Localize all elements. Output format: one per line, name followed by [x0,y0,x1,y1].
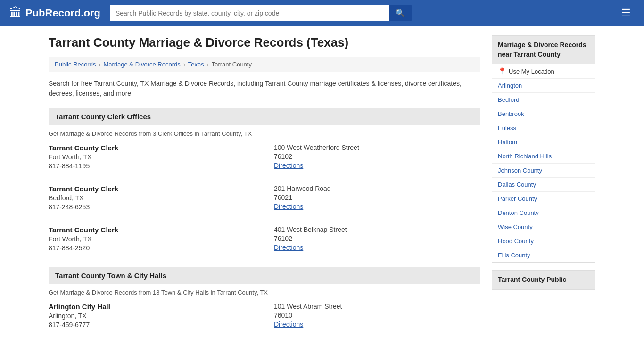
breadcrumb: Public Records › Marriage & Divorce Reco… [49,57,480,72]
clerk-office-1-address: 100 West Weatherford Street [274,144,480,151]
clerk-office-2-city: Bedford, TX [49,194,255,202]
sidebar-item-haltom[interactable]: Haltom [492,135,595,149]
sidebar-item-hood-county[interactable]: Hood County [492,234,595,248]
clerk-office-1: Tarrant County Clerk Fort Worth, TX 817-… [49,144,480,175]
clerk-office-1-name: Tarrant County Clerk [49,144,255,152]
page-description: Search for free Tarrant County, TX Marri… [49,79,480,99]
logo-icon: 🏛 [9,6,22,20]
clerk-office-3-name: Tarrant County Clerk [49,226,255,234]
sidebar-item-dallas-county[interactable]: Dallas County [492,177,595,191]
clerk-office-1-directions[interactable]: Directions [274,162,303,169]
breadcrumb-current: Tarrant County [212,61,252,68]
cityhall-office-1-city: Arlington, TX [49,312,255,320]
cityhall-section-header: Tarrant County Town & City Halls [49,267,480,284]
sidebar-item-euless[interactable]: Euless [492,121,595,135]
clerk-office-2: Tarrant County Clerk Bedford, TX 817-248… [49,185,480,216]
clerk-office-3-city: Fort Worth, TX [49,235,255,243]
page-wrap: Tarrant County Marriage & Divorce Record… [39,26,605,362]
sidebar-item-ellis-county[interactable]: Ellis County [492,248,595,262]
clerk-office-1-city: Fort Worth, TX [49,153,255,161]
sidebar-item-wise-county[interactable]: Wise County [492,220,595,234]
breadcrumb-link-marriage-divorce[interactable]: Marriage & Divorce Records [103,61,180,68]
clerk-office-1-zip: 76102 [274,153,480,160]
cityhall-office-1-phone: 817-459-6777 [49,321,255,329]
clerk-office-3-zip: 76102 [274,235,480,242]
clerk-office-1-phone: 817-884-1195 [49,162,255,170]
clerk-office-2-address: 201 Harwood Road [274,185,480,192]
sidebar-item-parker-county[interactable]: Parker County [492,191,595,206]
sidebar-item-north-richland-hills[interactable]: North Richland Hills [492,149,595,163]
use-location-label: Use My Location [509,68,554,75]
logo[interactable]: 🏛 PubRecord.org [9,6,100,20]
search-button[interactable]: 🔍 [389,5,412,21]
sidebar-item-bedford[interactable]: Bedford [492,92,595,107]
clerk-office-2-phone: 817-248-6253 [49,203,255,211]
breadcrumb-sep-1: › [99,61,100,68]
search-area: 🔍 [110,5,412,21]
sidebar-nearby-box: Marriage & Divorce Records near Tarrant … [492,35,595,263]
sidebar-nearby-header: Marriage & Divorce Records near Tarrant … [492,36,595,64]
clerk-office-3: Tarrant County Clerk Fort Worth, TX 817-… [49,226,480,257]
header: 🏛 PubRecord.org 🔍 ☰ [0,0,644,26]
sidebar-public-header: Tarrant County Public [492,271,595,289]
cityhall-office-1-address: 101 West Abram Street [274,303,480,310]
sidebar: Marriage & Divorce Records near Tarrant … [492,35,595,344]
clerk-office-2-name: Tarrant County Clerk [49,185,255,193]
main-content: Tarrant County Marriage & Divorce Record… [49,35,480,344]
sidebar-item-arlington[interactable]: Arlington [492,78,595,92]
cityhall-section-desc: Get Marriage & Divorce Records from 18 T… [49,289,480,296]
sidebar-item-johnson-county[interactable]: Johnson County [492,163,595,177]
sidebar-item-benbrook[interactable]: Benbrook [492,107,595,121]
clerk-section-header: Tarrant County Clerk Offices [49,108,480,125]
cityhall-office-1-zip: 76010 [274,312,480,319]
breadcrumb-sep-2: › [183,61,185,68]
breadcrumb-link-texas[interactable]: Texas [188,61,204,68]
page-title: Tarrant County Marriage & Divorce Record… [49,35,480,50]
clerk-office-3-phone: 817-884-2520 [49,244,255,252]
clerk-office-2-zip: 76021 [274,194,480,201]
clerk-office-3-directions[interactable]: Directions [274,244,303,251]
cityhall-office-1-directions[interactable]: Directions [274,321,303,328]
menu-button[interactable]: ☰ [618,5,635,21]
search-input[interactable] [110,5,389,21]
clerk-office-3-address: 401 West Belknap Street [274,226,480,233]
location-icon: 📍 [498,67,506,75]
sidebar-public-box: Tarrant County Public [492,270,595,290]
logo-text: PubRecord.org [25,7,100,19]
hamburger-icon: ☰ [621,7,631,19]
search-icon: 🔍 [396,9,405,17]
cityhall-office-1: Arlington City Hall Arlington, TX 817-45… [49,303,480,334]
clerk-office-2-directions[interactable]: Directions [274,203,303,210]
clerk-section-desc: Get Marriage & Divorce Records from 3 Cl… [49,130,480,137]
sidebar-item-denton-county[interactable]: Denton County [492,206,595,220]
breadcrumb-link-public-records[interactable]: Public Records [55,61,96,68]
cityhall-office-1-name: Arlington City Hall [49,303,255,311]
breadcrumb-sep-3: › [207,61,209,68]
sidebar-use-location[interactable]: 📍 Use My Location [492,64,595,78]
